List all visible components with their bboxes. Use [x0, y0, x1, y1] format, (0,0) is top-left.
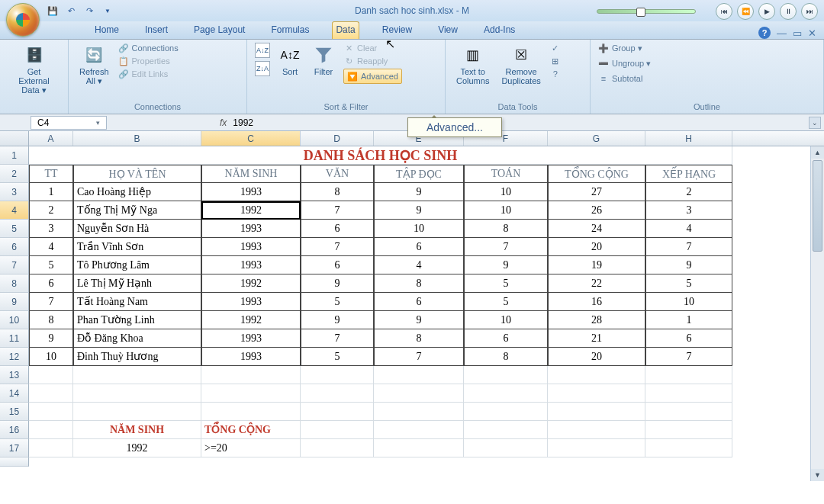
cell[interactable] [548, 439, 645, 457]
cell[interactable]: 3 [29, 220, 73, 238]
cell[interactable]: 10 [29, 348, 73, 366]
cell[interactable]: 22 [548, 274, 645, 293]
row-header[interactable]: 1 [0, 146, 29, 165]
cell[interactable]: 1993 [201, 220, 301, 238]
cell[interactable]: Nguyễn Sơn Hà [73, 220, 201, 238]
row-header[interactable]: 3 [0, 183, 29, 201]
cell[interactable]: 19 [548, 256, 645, 274]
cell[interactable] [29, 366, 73, 384]
cell[interactable]: 9 [645, 256, 732, 274]
cell[interactable]: 5 [464, 293, 548, 311]
row-header[interactable]: 6 [0, 238, 29, 256]
tab-home[interactable]: Home [92, 22, 122, 39]
cell[interactable] [301, 439, 374, 457]
cell[interactable] [374, 421, 464, 439]
tab-view[interactable]: View [435, 22, 461, 39]
cell[interactable]: 9 [301, 311, 374, 329]
criteria-value[interactable]: 1992 [73, 439, 201, 457]
tab-insert[interactable]: Insert [142, 22, 171, 39]
cell[interactable]: 5 [464, 274, 548, 293]
close-icon[interactable]: ✕ [808, 27, 816, 39]
filter-button[interactable]: Filter [310, 43, 337, 78]
col-header-d[interactable]: D [301, 131, 374, 146]
subtotal-button[interactable]: ≡Subtotal [598, 73, 651, 84]
expand-formula-bar-icon[interactable]: ⌄ [809, 117, 821, 129]
tab-review[interactable]: Review [379, 22, 415, 39]
col-header-g[interactable]: G [548, 131, 645, 146]
col-header-c[interactable]: C [201, 131, 301, 146]
cell[interactable] [73, 366, 201, 384]
group-button[interactable]: ➕Group ▾ [598, 43, 651, 53]
consolidate-button[interactable]: ⊞ [550, 56, 561, 66]
cell[interactable]: 10 [374, 220, 464, 238]
col-header-h[interactable]: H [645, 131, 732, 146]
criteria-header[interactable]: TỔNG CỘNG [201, 421, 301, 439]
cell[interactable]: 7 [645, 238, 732, 256]
office-button[interactable] [6, 3, 40, 37]
cell[interactable] [548, 366, 645, 384]
row-header[interactable]: 16 [0, 421, 29, 439]
cell[interactable]: 2 [29, 201, 73, 220]
cell[interactable]: 1993 [201, 256, 301, 274]
cell[interactable]: 4 [374, 256, 464, 274]
cell[interactable] [301, 384, 374, 403]
maximize-icon[interactable]: ▭ [793, 27, 802, 39]
table-header[interactable]: NĂM SINH [201, 165, 301, 183]
cell[interactable]: 6 [301, 220, 374, 238]
row-header[interactable]: 8 [0, 274, 29, 293]
advanced-filter-button[interactable]: 🔽Advanced [343, 69, 402, 84]
tab-page-layout[interactable]: Page Layout [191, 22, 248, 39]
cell[interactable] [548, 421, 645, 439]
cell[interactable]: 5 [645, 274, 732, 293]
cell[interactable]: 8 [374, 274, 464, 293]
cell[interactable]: 28 [548, 311, 645, 329]
cell[interactable]: 5 [301, 348, 374, 366]
cell[interactable]: 7 [301, 238, 374, 256]
row-header[interactable]: 15 [0, 403, 29, 421]
cell[interactable] [73, 384, 201, 403]
cell[interactable]: 8 [29, 311, 73, 329]
progress-slider[interactable] [597, 9, 696, 14]
tab-addins[interactable]: Add-Ins [481, 22, 518, 39]
cell[interactable]: 16 [548, 293, 645, 311]
play-button[interactable]: ▶ [758, 3, 775, 20]
cell[interactable] [464, 403, 548, 421]
pause-button[interactable]: ⏸ [780, 3, 797, 20]
cell[interactable]: 7 [645, 348, 732, 366]
data-validation-button[interactable]: ✓ [550, 43, 561, 53]
cell[interactable] [29, 384, 73, 403]
cell[interactable] [464, 366, 548, 384]
cell[interactable]: 7 [301, 329, 374, 348]
connections-button[interactable]: 🔗Connections [118, 43, 179, 53]
col-header-b[interactable]: B [73, 131, 201, 146]
sort-button[interactable]: A↕Z Sort [276, 43, 304, 78]
cell[interactable]: Đinh Thuỳ Hương [73, 348, 201, 366]
cell[interactable]: Đỗ Đăng Khoa [73, 329, 201, 348]
cell[interactable]: 1993 [201, 183, 301, 201]
cell[interactable]: 6 [29, 274, 73, 293]
cell[interactable] [201, 384, 301, 403]
cell[interactable] [201, 403, 301, 421]
cell[interactable]: Phan Tường Linh [73, 311, 201, 329]
cell[interactable]: 9 [464, 256, 548, 274]
cell[interactable] [73, 403, 201, 421]
row-header[interactable]: 17 [0, 439, 29, 457]
help-icon[interactable]: ? [758, 27, 771, 39]
row-header[interactable]: 14 [0, 384, 29, 403]
cell[interactable]: 8 [374, 329, 464, 348]
cell[interactable]: 27 [548, 183, 645, 201]
row-header[interactable]: 12 [0, 348, 29, 366]
cell[interactable]: Tất Hoàng Nam [73, 293, 201, 311]
cell[interactable]: 21 [548, 329, 645, 348]
fx-icon[interactable]: fx [220, 117, 227, 128]
rewind-button[interactable]: ⏪ [737, 3, 754, 20]
cell[interactable]: 9 [374, 201, 464, 220]
cell[interactable]: Trần Vĩnh Sơn [73, 238, 201, 256]
table-header[interactable]: TỔNG CỘNG [548, 165, 645, 183]
cell[interactable] [201, 366, 301, 384]
cell[interactable] [374, 403, 464, 421]
cell[interactable]: 1992 [201, 311, 301, 329]
cell[interactable] [645, 366, 732, 384]
table-header[interactable]: VĂN [301, 165, 374, 183]
cell[interactable] [29, 439, 73, 457]
